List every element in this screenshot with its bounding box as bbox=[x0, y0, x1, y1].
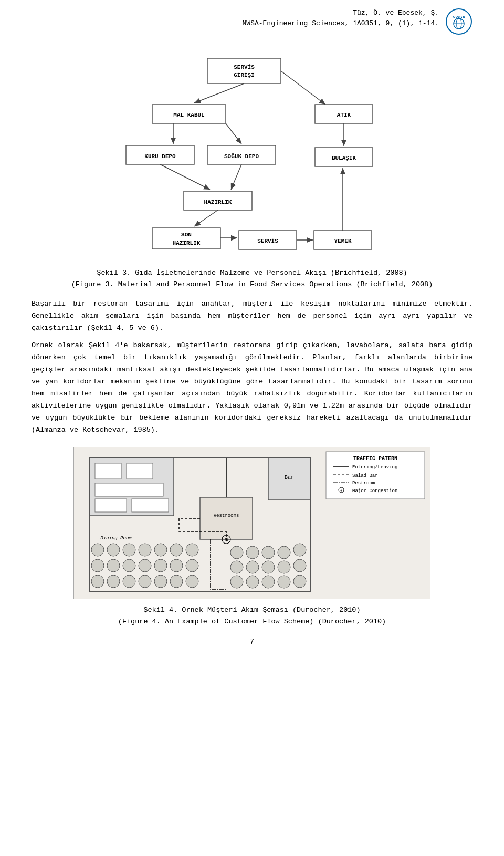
svg-text:BULAŞIK: BULAŞIK bbox=[332, 155, 356, 161]
svg-point-100 bbox=[293, 559, 306, 572]
nwsa-logo: NWSA bbox=[445, 8, 472, 35]
svg-point-92 bbox=[246, 561, 259, 573]
floor-plan-image: TRAFFIC PATERN Entering/Leaving Salad Ba… bbox=[74, 447, 430, 599]
svg-point-89 bbox=[262, 546, 275, 559]
svg-point-67 bbox=[107, 544, 120, 556]
header-line1: Tüz, Ö. ve Ebesek, Ş. bbox=[235, 8, 439, 18]
svg-point-71 bbox=[170, 544, 183, 556]
svg-point-74 bbox=[107, 559, 120, 572]
svg-text:⊕: ⊕ bbox=[224, 537, 228, 543]
svg-line-11 bbox=[194, 83, 244, 103]
svg-text:TRAFFIC PATERN: TRAFFIC PATERN bbox=[353, 456, 397, 462]
svg-text:SON: SON bbox=[181, 232, 192, 238]
svg-point-86 bbox=[186, 575, 198, 588]
svg-text:ATIK: ATIK bbox=[337, 112, 351, 118]
svg-point-79 bbox=[186, 559, 198, 572]
svg-point-68 bbox=[123, 544, 135, 556]
svg-text:Bar: Bar bbox=[285, 475, 294, 481]
floor-plan-container: TRAFFIC PATERN Entering/Leaving Salad Ba… bbox=[32, 447, 472, 599]
svg-text:SERVİS: SERVİS bbox=[234, 64, 255, 70]
svg-point-0 bbox=[446, 9, 471, 34]
svg-point-99 bbox=[293, 544, 306, 556]
figure4-caption: Şekil 4. Örnek Müşteri Akım Şeması (Duro… bbox=[32, 604, 472, 629]
svg-point-75 bbox=[123, 559, 135, 572]
svg-text:Dining Room: Dining Room bbox=[100, 536, 132, 541]
svg-rect-58 bbox=[95, 483, 163, 496]
svg-rect-61 bbox=[200, 497, 253, 539]
svg-line-21 bbox=[226, 123, 242, 144]
figure4-caption-en: (Figure 4. An Example of Customer Flow S… bbox=[118, 618, 386, 625]
svg-text:Restrooms: Restrooms bbox=[214, 513, 239, 518]
svg-point-91 bbox=[230, 561, 243, 573]
figure3-caption-tr: Şekil 3. Gıda İşletmelerinde Malzeme ve … bbox=[97, 269, 407, 277]
svg-rect-57 bbox=[127, 463, 153, 479]
svg-text:SERVİS: SERVİS bbox=[257, 238, 278, 244]
svg-point-88 bbox=[246, 546, 259, 559]
svg-point-90 bbox=[278, 546, 290, 559]
svg-point-95 bbox=[230, 576, 243, 588]
svg-text:MAL KABUL: MAL KABUL bbox=[173, 112, 205, 118]
svg-point-94 bbox=[278, 561, 290, 573]
svg-point-85 bbox=[170, 575, 183, 588]
svg-line-25 bbox=[160, 164, 210, 190]
header-title: Tüz, Ö. ve Ebesek, Ş. NWSA-Engineering S… bbox=[235, 8, 439, 28]
page-number: 7 bbox=[32, 638, 472, 646]
svg-line-29 bbox=[194, 210, 218, 226]
svg-point-73 bbox=[91, 559, 104, 572]
svg-text:HAZIRLIK: HAZIRLIK bbox=[173, 240, 201, 246]
svg-rect-59 bbox=[95, 499, 127, 512]
svg-point-69 bbox=[139, 544, 151, 556]
svg-point-87 bbox=[230, 546, 243, 559]
svg-line-40 bbox=[281, 71, 326, 105]
header-line2: NWSA-Engineering Sciences, 1A0351, 9, (1… bbox=[235, 18, 439, 29]
svg-point-93 bbox=[262, 561, 275, 573]
svg-point-77 bbox=[154, 559, 167, 572]
svg-rect-8 bbox=[207, 58, 281, 83]
svg-text:+: + bbox=[340, 489, 342, 493]
svg-text:Salad Bar: Salad Bar bbox=[352, 473, 378, 478]
svg-text:SOĞUK DEPO: SOĞUK DEPO bbox=[224, 153, 259, 160]
flow-diagram: SERVİS GİRİŞİ MAL KABUL ATIK KURU DEPO S… bbox=[32, 48, 472, 258]
svg-point-66 bbox=[91, 544, 104, 556]
figure3-caption: Şekil 3. Gıda İşletmelerinde Malzeme ve … bbox=[32, 267, 472, 290]
svg-text:YEMEK: YEMEK bbox=[334, 238, 351, 244]
svg-point-82 bbox=[123, 575, 135, 588]
svg-point-78 bbox=[170, 559, 183, 572]
svg-point-101 bbox=[293, 575, 306, 588]
svg-point-97 bbox=[262, 576, 275, 588]
svg-rect-56 bbox=[95, 463, 121, 479]
svg-point-72 bbox=[186, 544, 198, 556]
figure3-caption-en: (Figure 3. Material and Personnel Flow i… bbox=[71, 280, 433, 288]
svg-rect-60 bbox=[132, 499, 169, 512]
svg-point-70 bbox=[154, 544, 167, 556]
svg-text:HAZIRLIK: HAZIRLIK bbox=[204, 199, 232, 205]
svg-text:Major Congestion: Major Congestion bbox=[352, 488, 397, 494]
paragraph-1: Başarılı bir restoran tasarımı için anah… bbox=[32, 298, 472, 335]
svg-point-98 bbox=[278, 576, 290, 588]
svg-text:KURU DEPO: KURU DEPO bbox=[144, 153, 176, 160]
svg-point-80 bbox=[91, 575, 104, 588]
svg-point-84 bbox=[154, 575, 167, 588]
svg-point-96 bbox=[246, 576, 259, 588]
svg-text:GİRİŞİ: GİRİŞİ bbox=[234, 72, 255, 78]
svg-text:Entering/Leaving: Entering/Leaving bbox=[352, 465, 397, 470]
figure4-caption-tr: Şekil 4. Örnek Müşteri Akım Şeması (Duro… bbox=[143, 606, 360, 614]
svg-line-26 bbox=[231, 164, 242, 190]
svg-point-83 bbox=[139, 575, 151, 588]
svg-point-81 bbox=[107, 575, 120, 588]
page-header: Tüz, Ö. ve Ebesek, Ş. NWSA-Engineering S… bbox=[32, 8, 472, 37]
paragraph-2: Örnek olarak Şekil 4'e bakarsak, müşteri… bbox=[32, 340, 472, 436]
svg-text:Restroom: Restroom bbox=[352, 481, 375, 486]
svg-point-76 bbox=[139, 559, 151, 572]
